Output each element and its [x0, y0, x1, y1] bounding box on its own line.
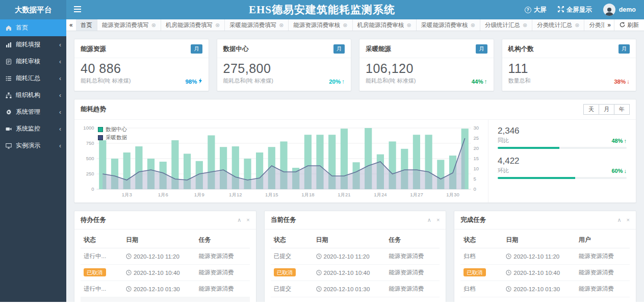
collapse-icon[interactable]: ∧ — [617, 217, 622, 223]
sidebar-item-label: 能耗汇总 — [16, 74, 40, 83]
date-cell: 2020-12-10 10:40 — [313, 265, 386, 281]
table-row[interactable]: 归档2020-12-10 02:20能源资源消费 — [460, 297, 630, 302]
svg-text:0: 0 — [474, 186, 476, 192]
tab-close-icon[interactable]: ⊗ — [523, 22, 527, 29]
svg-text:500: 500 — [86, 156, 94, 161]
user-menu[interactable]: demo — [603, 4, 636, 16]
trend-stat: 2,346同比48%↑ — [498, 126, 627, 149]
monitor-icon — [6, 126, 13, 132]
svg-text:1月27: 1月27 — [410, 192, 423, 197]
stat-card-footer: 能耗总和(吨 标准煤)98% — [81, 77, 202, 85]
tab[interactable]: 分级统计汇总⊗ — [480, 19, 532, 31]
tab[interactable]: 采暖能源消费审核⊗ — [417, 19, 480, 31]
legend-item[interactable]: 数据中心 — [98, 126, 127, 133]
table-row[interactable]: 进行中...2020-12-10 11:20能源资源消费 — [81, 248, 250, 265]
month-badge[interactable]: 月 — [476, 44, 487, 54]
range-button[interactable]: 天 — [583, 104, 599, 115]
tab[interactable]: 采暖能源消费填写⊗ — [225, 19, 289, 31]
tab[interactable]: 分类统计汇总⊗ — [532, 19, 584, 31]
table-row[interactable]: 进行中...2020-12-10 01:30能源资源消费 — [81, 281, 250, 297]
tab[interactable]: 分类汇总审核⊗ — [584, 19, 604, 31]
close-icon[interactable]: × — [246, 217, 249, 223]
trend-progress-bar — [498, 147, 627, 149]
platform-logo[interactable]: 大数据平台 — [0, 0, 66, 19]
sidebar-item[interactable]: 系统管理‹ — [0, 104, 66, 120]
task-table-body: 已提交2020-12-10 11:20能源资源消费已取消2020-12-10 1… — [271, 248, 440, 302]
range-button-group: 天月年 — [584, 104, 630, 115]
month-badge[interactable]: 月 — [619, 44, 630, 54]
stat-card-body: 106,120能耗总和(吨 标准煤)44%↑ — [359, 58, 494, 91]
sidebar-item[interactable]: 能耗填报‹ — [0, 36, 66, 53]
refresh-button[interactable]: 刷新 — [614, 19, 644, 31]
clock-icon — [506, 286, 511, 292]
sidebar-toggle-button[interactable] — [66, 0, 89, 19]
date-cell: 2020-12-10 02:20 — [503, 297, 576, 302]
stat-card-percent: 98% — [185, 78, 202, 85]
tab-close-icon[interactable]: ⊗ — [343, 22, 347, 29]
tab[interactable]: 能源资源消费审核⊗ — [289, 19, 352, 31]
trend-stats: 2,346同比48%↑4,422环比60%↓ — [488, 120, 636, 202]
sidebar-item[interactable]: 组织机构‹ — [0, 87, 66, 104]
tab[interactable]: 能源资源消费填写⊗ — [97, 19, 161, 31]
trend-stat-percent: 60%↓ — [611, 168, 627, 174]
table-row[interactable]: 已提交2020-12-10 11:20能源资源消费 — [271, 248, 440, 265]
range-button[interactable]: 月 — [599, 104, 614, 115]
stat-card-value: 40 886 — [81, 61, 202, 76]
tab[interactable]: 首页 — [76, 19, 97, 31]
sidebar-item[interactable]: 系统监控‹ — [0, 120, 66, 137]
sidebar-item[interactable]: 实例演示‹ — [0, 137, 66, 154]
table-row[interactable]: 已取消2020-12-10 10:40能源资源消费 — [81, 265, 250, 281]
expand-icon — [558, 6, 564, 14]
sidebar-item[interactable]: 首页 — [0, 19, 66, 36]
svg-text:1月15: 1月15 — [265, 192, 278, 197]
legend-item[interactable]: 采暖数据 — [98, 134, 127, 141]
table-header-row: 状态日期任务 — [271, 232, 440, 248]
range-button[interactable]: 年 — [614, 104, 630, 115]
close-icon[interactable]: × — [436, 217, 440, 223]
stat-card-value: 275,800 — [223, 61, 345, 76]
status-badge: 已取消 — [84, 268, 106, 276]
table-row[interactable]: 归档2020-12-10 01:30能源资源消费 — [460, 281, 630, 297]
tab-close-icon[interactable]: ⊗ — [575, 22, 579, 29]
fullscreen-button[interactable]: 全屏显示 — [558, 6, 592, 14]
tab[interactable]: 机房能源消费审核⊗ — [353, 19, 417, 31]
panel-tools: ∧× — [617, 217, 630, 223]
collapse-icon[interactable]: ∧ — [237, 217, 241, 223]
tab-close-icon[interactable]: ⊗ — [215, 22, 220, 29]
column-header: 用户 — [576, 232, 630, 248]
sidebar-item[interactable]: 能耗汇总‹ — [0, 70, 66, 87]
close-icon[interactable]: × — [627, 217, 630, 223]
stat-card-body: 111数量总和38%↓ — [502, 58, 636, 91]
date-wrap: 2020-12-10 10:40 — [506, 270, 573, 276]
table-row[interactable]: 已提交2020-12-10 01:30能源资源消费 — [271, 281, 440, 297]
sidebar-item[interactable]: 能耗审核‹ — [0, 53, 66, 70]
month-badge[interactable]: 月 — [333, 44, 345, 54]
table-row[interactable]: 退回2020-12-10 02:20能源资源消费 — [271, 297, 440, 302]
task-table-panel: 当前任务∧×状态日期任务已提交2020-12-10 11:20能源资源消费已取消… — [264, 211, 447, 302]
task-table-header: 待办任务∧× — [74, 211, 256, 230]
tab-close-icon[interactable]: ⊗ — [407, 22, 411, 29]
status-cell: 进行中... — [81, 297, 123, 302]
big-screen-button[interactable]: ? 大屏 — [525, 6, 547, 14]
tab[interactable]: 机房能源消费填写⊗ — [161, 19, 225, 31]
clock-icon — [126, 270, 132, 275]
collapse-icon[interactable]: ∧ — [427, 217, 431, 223]
clock-icon — [506, 270, 511, 275]
tabs-scroll-left-button[interactable]: « — [66, 19, 76, 31]
stat-card: 采暖能源月106,120能耗总和(吨 标准煤)44%↑ — [359, 39, 494, 91]
table-row[interactable]: 已取消2020-12-10 10:40能源资源消费 — [271, 265, 440, 281]
tabs-scroll-right-button[interactable]: » — [604, 19, 614, 31]
svg-text:1月30: 1月30 — [446, 192, 459, 197]
tab-close-icon[interactable]: ⊗ — [151, 22, 156, 29]
tab-close-icon[interactable]: ⊗ — [279, 22, 284, 29]
date-wrap: 2020-12-10 10:40 — [126, 270, 193, 276]
table-row[interactable]: 进行中...2020-12-10 02:20能源资源消费 — [81, 297, 250, 302]
chevron-left-icon: ‹ — [59, 58, 61, 65]
tab-close-icon[interactable]: ⊗ — [471, 22, 475, 29]
svg-text:1月21: 1月21 — [338, 192, 350, 197]
table-row[interactable]: 归档2020-12-10 11:20能源资源消费 — [460, 248, 630, 265]
table-row[interactable]: 已取消2020-12-10 10:40能源资源消费 — [460, 265, 630, 281]
month-badge[interactable]: 月 — [191, 44, 202, 54]
chevron-left-icon: ‹ — [59, 92, 61, 99]
trend-stat-value: 4,422 — [498, 156, 627, 166]
